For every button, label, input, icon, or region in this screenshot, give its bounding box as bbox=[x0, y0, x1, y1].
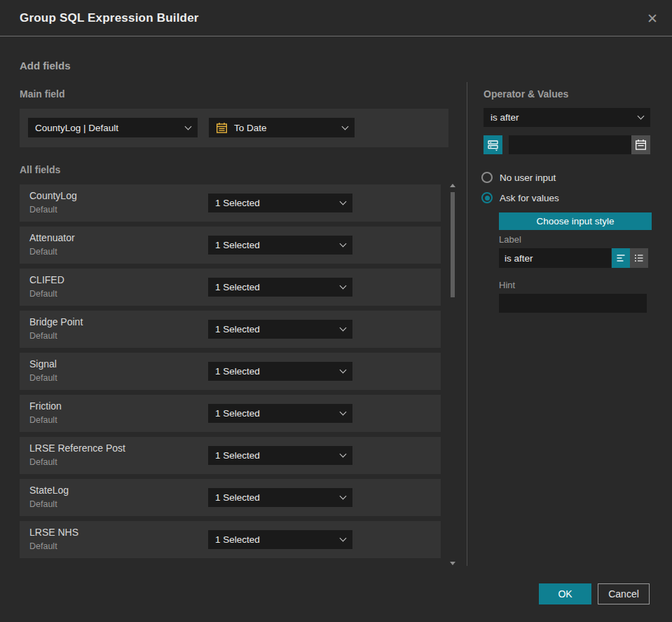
field-selection-dropdown[interactable]: 1 Selected bbox=[208, 194, 352, 212]
field-subtitle: Default bbox=[29, 457, 57, 467]
calendar-icon bbox=[635, 139, 647, 151]
field-name: Signal bbox=[29, 358, 57, 370]
chevron-down-icon bbox=[340, 451, 347, 458]
hint-field-label: Hint bbox=[499, 280, 515, 290]
date-picker-button[interactable] bbox=[631, 135, 650, 154]
chevron-down-icon bbox=[340, 283, 347, 290]
calendar-icon bbox=[216, 122, 228, 134]
add-fields-heading: Add fields bbox=[20, 60, 71, 72]
field-selection-value: 1 Selected bbox=[215, 282, 335, 292]
field-row: CLIFEDDefault1 Selected bbox=[20, 269, 441, 306]
date-field-dropdown[interactable]: To Date bbox=[209, 118, 355, 137]
radio-label: Ask for values bbox=[500, 193, 559, 203]
field-subtitle: Default bbox=[29, 247, 57, 257]
field-subtitle: Default bbox=[29, 205, 57, 215]
field-name: Bridge Point bbox=[29, 316, 83, 327]
field-name: CLIFED bbox=[29, 274, 64, 285]
radio-no-user-input[interactable]: No user input bbox=[481, 172, 556, 183]
field-selection-dropdown[interactable]: 1 Selected bbox=[208, 530, 352, 549]
field-row: StateLogDefault1 Selected bbox=[20, 479, 441, 516]
field-name: StateLog bbox=[29, 485, 69, 496]
main-field-dropdown-value: CountyLog | Default bbox=[35, 123, 180, 133]
chevron-down-icon bbox=[185, 123, 192, 130]
field-selection-value: 1 Selected bbox=[215, 240, 335, 250]
bulleted-list-icon bbox=[633, 252, 645, 264]
field-subtitle: Default bbox=[29, 499, 57, 509]
scroll-down-icon[interactable] bbox=[450, 562, 455, 565]
operator-dropdown[interactable]: is after bbox=[484, 108, 650, 127]
scrollbar-thumb[interactable] bbox=[451, 192, 455, 297]
field-selection-dropdown[interactable]: 1 Selected bbox=[208, 488, 352, 507]
hint-input[interactable] bbox=[499, 294, 647, 313]
field-subtitle: Default bbox=[29, 373, 57, 383]
field-subtitle: Default bbox=[29, 415, 57, 425]
chevron-down-icon bbox=[340, 535, 347, 542]
field-row: LRSE Reference PostDefault1 Selected bbox=[20, 437, 441, 474]
radio-ask-for-values[interactable]: Ask for values bbox=[481, 192, 559, 203]
field-subtitle: Default bbox=[29, 289, 57, 299]
field-selection-value: 1 Selected bbox=[215, 408, 335, 419]
choose-input-style-button[interactable]: Choose input style bbox=[499, 212, 652, 230]
field-selection-dropdown[interactable]: 1 Selected bbox=[208, 236, 352, 255]
field-selection-dropdown[interactable]: 1 Selected bbox=[208, 446, 352, 465]
field-name: Attenuator bbox=[29, 232, 75, 243]
all-fields-list: CountyLogDefault1 SelectedAttenuatorDefa… bbox=[20, 184, 441, 563]
operator-dropdown-value: is after bbox=[491, 112, 633, 123]
value-type-button[interactable] bbox=[484, 135, 502, 154]
field-subtitle: Default bbox=[29, 541, 57, 551]
align-left-lines-icon bbox=[615, 252, 626, 264]
field-row: Bridge PointDefault1 Selected bbox=[20, 311, 441, 348]
chevron-down-icon bbox=[340, 325, 347, 332]
chevron-down-icon bbox=[340, 409, 347, 416]
single-input-style-button[interactable] bbox=[612, 248, 630, 268]
field-row: LRSE NHSDefault1 Selected bbox=[20, 521, 441, 558]
chevron-down-icon bbox=[342, 123, 349, 130]
field-subtitle: Default bbox=[29, 331, 57, 341]
field-selection-dropdown[interactable]: 1 Selected bbox=[208, 320, 352, 339]
scroll-up-icon[interactable] bbox=[450, 184, 455, 187]
group-sql-expression-builder-dialog: Group SQL Expression Builder ✕ Add field… bbox=[0, 0, 672, 622]
dialog-title: Group SQL Expression Builder bbox=[20, 0, 199, 36]
field-selection-value: 1 Selected bbox=[215, 450, 335, 461]
ok-button[interactable]: OK bbox=[539, 583, 591, 604]
field-name: LRSE Reference Post bbox=[29, 442, 125, 454]
field-row: CountyLogDefault1 Selected bbox=[20, 184, 441, 222]
field-selection-value: 1 Selected bbox=[215, 324, 335, 334]
chevron-down-icon bbox=[340, 493, 347, 500]
list-scrollbar[interactable] bbox=[448, 180, 458, 567]
main-field-label: Main field bbox=[20, 88, 65, 100]
field-row: SignalDefault1 Selected bbox=[20, 353, 441, 390]
dialog-titlebar: Group SQL Expression Builder ✕ bbox=[0, 0, 672, 36]
field-selection-value: 1 Selected bbox=[215, 534, 335, 545]
stacked-values-icon bbox=[486, 138, 500, 151]
field-selection-value: 1 Selected bbox=[215, 492, 335, 503]
field-selection-dropdown[interactable]: 1 Selected bbox=[208, 404, 352, 423]
all-fields-label: All fields bbox=[20, 164, 60, 175]
field-selection-dropdown[interactable]: 1 Selected bbox=[208, 278, 352, 297]
radio-circle-selected-icon bbox=[481, 192, 493, 203]
close-icon[interactable]: ✕ bbox=[643, 8, 662, 28]
field-name: Friction bbox=[29, 400, 62, 412]
value-input[interactable] bbox=[509, 135, 631, 154]
cancel-button[interactable]: Cancel bbox=[598, 583, 650, 604]
panel-divider bbox=[467, 82, 467, 566]
field-row: AttenuatorDefault1 Selected bbox=[20, 227, 441, 264]
main-field-panel: CountyLog | Default To Date bbox=[20, 109, 448, 147]
date-field-dropdown-value: To Date bbox=[234, 123, 337, 133]
field-name: CountyLog bbox=[29, 190, 77, 201]
main-field-dropdown[interactable]: CountyLog | Default bbox=[28, 118, 198, 137]
chevron-down-icon bbox=[340, 367, 347, 374]
label-input[interactable] bbox=[499, 248, 611, 268]
list-input-style-button[interactable] bbox=[630, 248, 648, 268]
field-name: LRSE NHS bbox=[29, 527, 78, 538]
radio-circle-icon bbox=[481, 172, 493, 183]
chevron-down-icon bbox=[340, 241, 347, 248]
field-selection-value: 1 Selected bbox=[215, 366, 335, 377]
label-field-label: Label bbox=[499, 234, 521, 245]
field-selection-value: 1 Selected bbox=[215, 198, 335, 208]
operator-values-label: Operator & Values bbox=[484, 88, 568, 100]
field-row: FrictionDefault1 Selected bbox=[20, 395, 441, 432]
chevron-down-icon bbox=[638, 113, 645, 120]
field-selection-dropdown[interactable]: 1 Selected bbox=[208, 362, 352, 381]
chevron-down-icon bbox=[340, 198, 347, 205]
